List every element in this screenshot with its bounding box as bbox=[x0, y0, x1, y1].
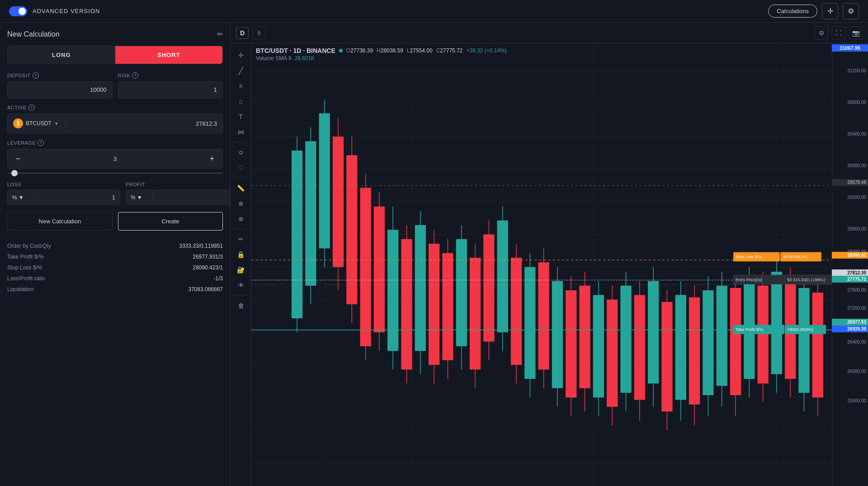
calculations-button[interactable]: Calculations bbox=[768, 5, 817, 18]
deposit-input[interactable] bbox=[7, 81, 113, 98]
price-tick: 31200.00 bbox=[847, 68, 866, 73]
leverage-slider[interactable] bbox=[7, 172, 223, 174]
leverage-plus-button[interactable]: + bbox=[202, 149, 222, 168]
svg-rect-79 bbox=[689, 297, 700, 405]
settings-icon-button[interactable]: ⚙ bbox=[843, 3, 859, 19]
active-input-row: ₿ BTCUSDT ▼ bbox=[7, 113, 223, 133]
svg-rect-27 bbox=[333, 137, 344, 267]
chart-toolbar: D 🕯 ⚙ ⛶ 📷 bbox=[231, 23, 868, 43]
svg-rect-77 bbox=[675, 295, 686, 400]
risk-input[interactable] bbox=[118, 81, 223, 98]
svg-rect-65 bbox=[593, 295, 604, 397]
lock2-tool[interactable]: 🔐 bbox=[233, 263, 249, 277]
timeframe-selector[interactable]: D bbox=[236, 27, 249, 39]
stat-sl-value: 28090.423/1 bbox=[193, 264, 223, 271]
leverage-minus-button[interactable]: − bbox=[8, 149, 28, 168]
svg-rect-57 bbox=[538, 262, 549, 369]
chart-main[interactable]: BTC/USDT · 1D · BINANCE O27736.39 H28038… bbox=[251, 43, 868, 486]
screenshot-button[interactable]: 📷 bbox=[849, 26, 863, 40]
measure-tool[interactable]: ⋈ bbox=[233, 125, 249, 139]
crosshair-tool[interactable]: ✛ bbox=[233, 48, 249, 62]
create-button[interactable]: Create bbox=[118, 212, 223, 231]
short-button[interactable]: SHORT bbox=[115, 46, 223, 64]
take-profit-price-box: 26977.93 bbox=[832, 319, 868, 326]
long-button[interactable]: LONG bbox=[8, 46, 115, 64]
profit-label: PROFIT bbox=[126, 182, 231, 187]
svg-rect-73 bbox=[648, 281, 659, 384]
active-help[interactable]: ? bbox=[28, 104, 35, 111]
loss-type: % bbox=[12, 194, 17, 201]
brush-tool[interactable]: ⌂ bbox=[233, 94, 249, 108]
ohlc-l: L27554.00 bbox=[407, 47, 433, 54]
svg-rect-91 bbox=[771, 272, 782, 374]
header-left: ADVANCED VERSION bbox=[9, 6, 100, 16]
stat-liq: Liquidation 37083.066667 bbox=[7, 285, 223, 294]
loss-input[interactable] bbox=[35, 190, 120, 204]
horizontal-line-tool[interactable]: ≡ bbox=[233, 79, 249, 93]
trend-line-tool[interactable]: ╱ bbox=[233, 64, 249, 77]
price-tick: 25600.00 bbox=[847, 398, 866, 403]
magnet-tool[interactable]: ⊗ bbox=[233, 212, 249, 226]
candlestick-chart[interactable]: Stop Loss $/% -$100.00(1%) Entry Price[3… bbox=[251, 43, 868, 486]
profit-input[interactable] bbox=[153, 190, 231, 204]
camera-icon: 📷 bbox=[852, 29, 860, 37]
trash-icon: 🗑 bbox=[238, 302, 244, 309]
price-tick: 30800.00 bbox=[847, 100, 866, 105]
settings-icon: ⚙ bbox=[819, 29, 825, 37]
stat-ratio-label: Loss/Profit ratio bbox=[7, 275, 45, 282]
trendline-icon: ╱ bbox=[239, 66, 243, 75]
text-tool[interactable]: T bbox=[233, 110, 249, 123]
ruler-tool[interactable]: 📏 bbox=[233, 181, 249, 195]
chart-type-button[interactable]: 🕯 bbox=[252, 26, 266, 40]
svg-rect-61 bbox=[566, 290, 576, 397]
svg-rect-33 bbox=[374, 207, 385, 332]
svg-rect-81 bbox=[703, 290, 713, 395]
vertical-toolbar: ✛ ╱ ≡ ⌂ T ⋈ ≎ ♡ 📏 ⊕ ⊗ ✏ 🔒 🔐 👁 🗑 bbox=[231, 43, 251, 486]
deposit-help[interactable]: ? bbox=[33, 72, 39, 79]
svg-rect-71 bbox=[634, 295, 645, 400]
edit-icon[interactable]: ✏ bbox=[217, 30, 223, 38]
delete-tool[interactable]: 🗑 bbox=[233, 299, 249, 312]
favorite-tool[interactable]: ♡ bbox=[233, 161, 249, 175]
risk-help[interactable]: ? bbox=[132, 72, 138, 79]
new-calculation-button[interactable]: New Calculation bbox=[7, 212, 113, 231]
symbol-price-input[interactable] bbox=[66, 114, 222, 133]
ohlc-o: O27736.39 bbox=[346, 47, 373, 54]
pencil-tool[interactable]: ✏ bbox=[233, 232, 249, 246]
zoom-in-tool[interactable]: ⊕ bbox=[233, 197, 249, 210]
pattern-tool[interactable]: ≎ bbox=[233, 146, 249, 159]
svg-rect-23 bbox=[305, 141, 316, 285]
current-price-box: 31067.99 bbox=[832, 44, 868, 52]
price-tick: 26000.00 bbox=[847, 369, 866, 374]
symbol-selector[interactable]: ₿ BTCUSDT ▼ bbox=[8, 114, 66, 133]
profit-chevron-icon: ▼ bbox=[137, 194, 142, 201]
svg-rect-21 bbox=[292, 151, 302, 318]
btc-icon: ₿ bbox=[13, 118, 23, 128]
leverage-help[interactable]: ? bbox=[38, 140, 44, 146]
action-buttons: New Calculation Create bbox=[7, 212, 223, 231]
plus-icon: ✛ bbox=[827, 7, 833, 15]
fullscreen-icon: ⛶ bbox=[835, 29, 842, 37]
stats-table: Order by Cost/Qty 3333.33/0.119851 Take … bbox=[7, 241, 223, 294]
leverage-row: LEVERAGE ? − + bbox=[7, 140, 223, 175]
vtool-separator-4 bbox=[235, 295, 247, 296]
stop-loss-price-box: 28090.42 bbox=[832, 252, 868, 259]
svg-rect-95 bbox=[798, 288, 809, 393]
svg-rect-59 bbox=[552, 281, 563, 388]
leverage-value[interactable] bbox=[28, 149, 202, 168]
leverage-control: − + bbox=[7, 149, 223, 169]
loss-input-row: % ▼ bbox=[7, 190, 120, 205]
price-tick: 28800.00 bbox=[847, 226, 866, 231]
loss-type-selector[interactable]: % ▼ bbox=[8, 190, 35, 204]
add-icon-button[interactable]: ✛ bbox=[822, 3, 838, 19]
vtool-separator-1 bbox=[235, 142, 247, 142]
crosshair-icon: ✛ bbox=[238, 52, 244, 59]
main-layout: New Calculation ✏ LONG SHORT DEPOSIT ? R… bbox=[0, 23, 868, 486]
fullscreen-button[interactable]: ⛶ bbox=[832, 26, 845, 40]
eye-tool[interactable]: 👁 bbox=[233, 278, 249, 292]
advanced-toggle[interactable] bbox=[9, 6, 27, 16]
lock-tool[interactable]: 🔒 bbox=[233, 248, 249, 261]
text-icon: T bbox=[239, 113, 243, 120]
chart-settings-button[interactable]: ⚙ bbox=[815, 26, 828, 40]
profit-type-selector[interactable]: % ▼ bbox=[126, 190, 153, 204]
